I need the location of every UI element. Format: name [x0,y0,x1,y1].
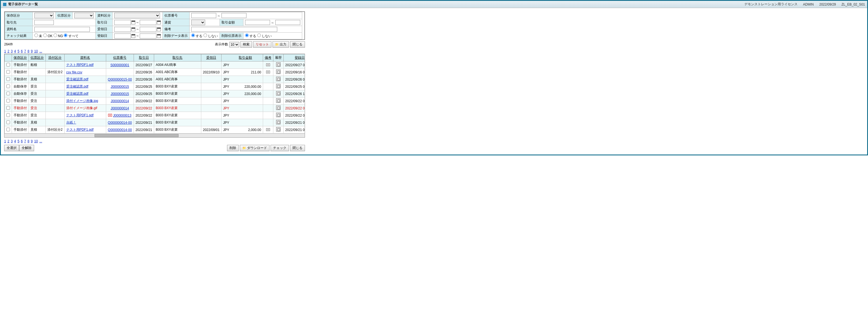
sel-hozon[interactable] [34,13,54,18]
history-icon[interactable] [276,70,281,74]
in-torihikisaki[interactable] [34,20,54,25]
slip-link[interactable]: J000000015 [111,92,129,96]
note-icon[interactable] [266,71,270,73]
row-checkbox[interactable] [6,92,10,95]
history-icon[interactable] [276,106,281,110]
pager-link[interactable]: 7 [24,49,26,53]
col-sort-biko[interactable]: 備考 [265,56,271,60]
in-shiryomei[interactable] [34,27,90,32]
download-button[interactable]: ダウンロード [240,145,270,151]
reset-button[interactable]: リセット [253,41,271,48]
row-checkbox[interactable] [6,99,10,102]
pager-link[interactable]: 1 [4,139,6,143]
history-icon[interactable] [276,77,281,81]
calendar-icon[interactable] [131,21,135,24]
slip-link[interactable]: Q000000014-00 [108,121,132,125]
in-biko[interactable] [191,27,277,32]
in-denpyoNo-to[interactable] [221,13,246,18]
row-checkbox[interactable] [6,77,10,81]
pager-link[interactable]: ... [39,49,42,53]
in-torihikibi-from[interactable] [114,20,131,25]
row-checkbox[interactable] [6,63,10,67]
file-link[interactable]: csv file.csv [66,70,82,74]
note-icon[interactable] [266,128,270,131]
in-toroku-to[interactable] [140,34,156,38]
history-icon[interactable] [276,113,281,117]
history-icon[interactable] [276,84,281,89]
row-checkbox[interactable] [6,120,10,124]
close-button[interactable]: 閉じる [290,41,305,48]
pager-link[interactable]: 1 [4,49,6,53]
col-sort-denpyo[interactable]: 伝票区分 [31,56,44,60]
delete-button[interactable]: 削除 [227,145,239,151]
pager-link[interactable]: 4 [14,139,16,143]
check-button[interactable]: チェック [271,145,289,151]
slip-link[interactable]: J000000015 [111,85,129,89]
radio-denpyo-suru[interactable]: する [245,34,256,38]
calendar-icon[interactable] [157,21,161,24]
in-kingaku-to[interactable] [275,20,300,25]
pager-link[interactable]: 10 [34,49,38,53]
row-checkbox[interactable] [6,84,10,88]
col-sort-shiryomei[interactable]: 資料名 [80,56,90,60]
col-sort-juryo[interactable]: 受領日 [206,56,216,60]
in-kingaku-from[interactable] [245,20,270,25]
row-checkbox[interactable] [6,113,10,117]
radio-denpyo-shinai[interactable]: しない [257,34,272,38]
calendar-icon[interactable] [157,27,161,31]
in-torihikibi-to[interactable] [140,20,156,25]
row-checkbox[interactable] [6,70,10,74]
col-sort-kingaku[interactable]: 取引金額 [239,56,252,60]
output-button[interactable]: 出力 [273,41,289,48]
calendar-icon[interactable] [157,34,161,38]
radio-all[interactable]: すべて [64,34,78,38]
radio-ng[interactable]: NG [54,34,63,38]
slip-link[interactable]: J000000013 [113,113,131,117]
sel-tsuka[interactable] [191,20,205,25]
col-sort-toroku[interactable]: 登録日時 [295,56,305,60]
pager-link[interactable]: 5 [18,49,20,53]
in-juryo-from[interactable] [114,27,131,32]
sel-disp-count[interactable]: 10 [229,42,239,47]
pager-link[interactable]: 6 [21,139,23,143]
col-sort-torihikisaki[interactable]: 取引先 [173,56,182,60]
calendar-icon[interactable] [131,27,135,31]
pager-link[interactable]: 10 [34,139,38,143]
slip-link[interactable]: J000000014 [111,99,129,103]
in-denpyoNo-from[interactable] [191,13,216,18]
file-link[interactable]: 受注確認票.pdf [66,77,88,81]
history-icon[interactable] [276,62,281,67]
horizontal-scrollbar[interactable] [4,134,305,137]
file-link[interactable]: 台紙！ [66,120,76,125]
calendar-icon[interactable] [131,34,135,38]
history-icon[interactable] [276,120,281,125]
pager-link[interactable]: 8 [27,139,29,143]
pager-link[interactable]: 5 [18,139,20,143]
radio-disp-suru[interactable]: する [191,34,203,38]
deselect-all-button[interactable]: 全解除 [19,145,34,151]
pager-link[interactable]: 8 [27,49,29,53]
select-all-button[interactable]: 全選択 [4,145,19,151]
file-link[interactable]: テスト用PDF1.pdf [66,63,94,67]
file-link[interactable]: テスト用PDF1.pdf [66,128,94,132]
radio-disp-shinai[interactable]: しない [204,34,218,38]
close-button-bottom[interactable]: 閉じる [290,145,305,151]
file-link[interactable]: 受注確認票.pdf [66,84,88,89]
history-icon[interactable] [276,98,281,103]
radio-mi[interactable]: 未 [34,34,42,38]
pager-link[interactable]: 7 [24,139,26,143]
pager-link[interactable]: 3 [11,49,13,53]
pager-link[interactable]: ... [39,139,42,143]
pager-link[interactable]: 9 [31,139,33,143]
file-link[interactable]: 添付イメージ画像.jpg [66,99,98,103]
slip-link[interactable]: S000000001 [110,63,129,67]
row-checkbox[interactable] [6,106,10,110]
in-toroku-from[interactable] [114,34,131,38]
sel-shiryo[interactable] [114,13,160,18]
search-button[interactable]: 検索 [240,41,252,48]
pager-link[interactable]: 3 [11,139,13,143]
file-link[interactable]: テスト用PDF1.pdf [66,113,94,117]
pager-link[interactable]: 2 [7,139,9,143]
col-sort-torihikibi[interactable]: 取引日 [139,56,149,60]
history-icon[interactable] [276,91,281,96]
